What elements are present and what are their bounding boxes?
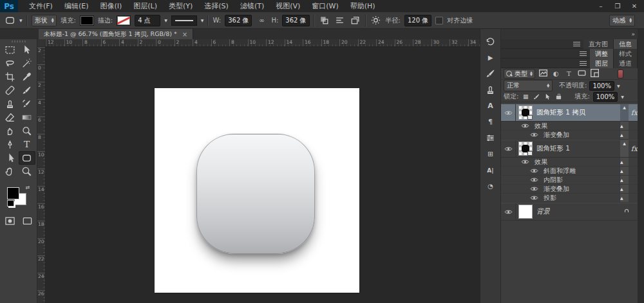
tool-preset-dropdown-icon[interactable]: [19, 18, 23, 23]
fill-dropdown-icon[interactable]: [621, 95, 624, 99]
visibility-toggle[interactable]: [501, 140, 516, 157]
opacity-dropdown-icon[interactable]: [617, 84, 620, 88]
menu-item[interactable]: 文件(F): [23, 0, 59, 12]
path-operations-icon[interactable]: [319, 15, 330, 26]
layer-row[interactable]: 圆角矩形 1 fx ▲: [501, 140, 638, 158]
layer-row[interactable]: 斜面和浮雕 fx ▲: [501, 167, 638, 176]
panel-tab[interactable]: 样式: [614, 49, 638, 59]
menu-item[interactable]: 视图(V): [270, 0, 306, 12]
timeline-panel-icon[interactable]: ◔: [483, 179, 498, 193]
layer-thumbnail[interactable]: [518, 205, 533, 219]
fx-badge[interactable]: fx: [631, 109, 638, 117]
adjustment-layer-filter-icon[interactable]: ◐: [552, 70, 560, 77]
hand-tool[interactable]: [2, 165, 19, 178]
move-tool[interactable]: [19, 43, 35, 57]
character-styles-panel-icon[interactable]: A|: [483, 163, 498, 177]
panel-tab[interactable]: 调整: [590, 49, 614, 59]
opacity-field[interactable]: 100%: [589, 81, 614, 91]
menu-item[interactable]: 图像(I): [94, 0, 128, 12]
collapse-effects-strip[interactable]: ▲: [620, 194, 629, 202]
lasso-tool[interactable]: [2, 57, 19, 70]
layer-row[interactable]: 背景 fx ▲: [501, 203, 638, 221]
tool-mode-dropdown[interactable]: 形状: [32, 15, 57, 26]
foreground-color-swatch[interactable]: [7, 187, 19, 199]
radius-field[interactable]: 120 像: [404, 15, 431, 26]
menu-item[interactable]: 编辑(E): [59, 0, 95, 12]
stroke-style-dropdown-icon[interactable]: [201, 18, 204, 23]
pen-tool[interactable]: [2, 138, 19, 151]
collapse-effects-strip[interactable]: ▲: [620, 140, 629, 157]
vertical-ruler[interactable]: 2 0 2 4 6 8 10 12 14 16 18 20 22 24 26: [37, 47, 46, 303]
layer-row[interactable]: 投影 fx ▲: [501, 194, 638, 203]
swap-colors-icon[interactable]: ⇄: [26, 185, 30, 190]
rectangular-marquee-tool[interactable]: [2, 43, 19, 57]
collapse-effects-strip[interactable]: ▲: [620, 104, 629, 121]
tab-close-icon[interactable]: ×: [182, 31, 187, 38]
collapse-effects-strip[interactable]: ▲: [620, 167, 629, 175]
smart-object-filter-icon[interactable]: [591, 68, 599, 80]
layer-row[interactable]: 效果 fx ▲: [501, 122, 638, 131]
visibility-toggle[interactable]: [527, 194, 541, 202]
layer-row[interactable]: 效果 fx ▲: [501, 158, 638, 167]
quick-mask-icon[interactable]: [5, 216, 15, 226]
fill-field[interactable]: 100%: [593, 92, 618, 102]
lock-all-icon[interactable]: [554, 93, 562, 100]
clone-source-panel-icon[interactable]: [483, 82, 498, 96]
close-button[interactable]: ✕: [627, 1, 641, 11]
menu-item[interactable]: 窗口(W): [306, 0, 344, 12]
dodge-tool[interactable]: [19, 124, 35, 138]
paragraph-panel-icon[interactable]: ¶: [483, 115, 498, 129]
zoom-tool[interactable]: [19, 165, 35, 178]
path-selection-tool[interactable]: [2, 151, 19, 165]
document-tab[interactable]: 未标题-1 @ 66.7% (圆角矩形 1 拷贝, RGB/8) * ×: [39, 29, 193, 39]
palette-grip[interactable]: [12, 41, 26, 42]
actions-panel-icon[interactable]: ▶: [483, 50, 498, 64]
gradient-tool[interactable]: [19, 111, 35, 124]
info-extra-panel-icon[interactable]: ⊞: [483, 147, 498, 161]
restore-button[interactable]: ❐: [611, 1, 625, 11]
menu-item[interactable]: 滤镜(T): [234, 0, 270, 12]
shape-layer-filter-icon[interactable]: [578, 68, 586, 80]
lock-transparency-icon[interactable]: ▦: [522, 93, 529, 100]
path-alignment-icon[interactable]: [334, 15, 346, 26]
panel-tab[interactable]: 通道: [614, 59, 638, 68]
history-brush-tool[interactable]: [19, 97, 35, 111]
fx-badge[interactable]: fx: [631, 145, 638, 153]
layer-row[interactable]: 圆角矩形 1 拷贝 fx ▲: [501, 104, 638, 122]
visibility-toggle[interactable]: [527, 185, 541, 193]
visibility-toggle[interactable]: [501, 203, 516, 220]
collapse-effects-strip[interactable]: ▲: [620, 158, 629, 166]
stroke-width-field[interactable]: 4 点: [135, 15, 160, 26]
link-dimensions-icon[interactable]: ∞: [256, 15, 267, 26]
smudge-tool[interactable]: [2, 124, 19, 138]
brush-panel-icon[interactable]: [483, 66, 498, 80]
visibility-toggle[interactable]: [527, 131, 541, 139]
type-tool[interactable]: T: [19, 138, 35, 151]
visibility-toggle[interactable]: [518, 122, 532, 130]
pixel-layer-filter-icon[interactable]: [539, 68, 547, 80]
properties-panel-icon[interactable]: [483, 131, 498, 145]
collapse-effects-strip[interactable]: ▲: [620, 122, 629, 130]
type-layer-filter-icon[interactable]: T: [565, 70, 573, 77]
canvas[interactable]: [155, 88, 359, 293]
stroke-width-dropdown-icon[interactable]: [164, 18, 167, 23]
width-field[interactable]: 362 像: [225, 15, 252, 26]
menu-item[interactable]: 图层(L): [128, 0, 163, 12]
eraser-tool[interactable]: [2, 111, 19, 124]
collapse-effects-strip[interactable]: ▲: [620, 185, 629, 193]
default-colors-icon[interactable]: [7, 200, 14, 207]
tool-preset-icon[interactable]: [4, 15, 15, 26]
clone-stamp-tool[interactable]: [2, 97, 19, 111]
blend-mode-dropdown[interactable]: 正常: [504, 80, 553, 91]
height-field[interactable]: 362 像: [282, 15, 309, 26]
stroke-swatch[interactable]: [117, 15, 131, 26]
crop-tool[interactable]: [2, 70, 19, 84]
menu-item[interactable]: 选择(S): [198, 0, 234, 12]
gear-icon[interactable]: [370, 15, 382, 26]
brush-tool[interactable]: [19, 84, 35, 97]
lock-pixels-icon[interactable]: [533, 91, 540, 102]
screen-mode-icon[interactable]: [22, 216, 33, 226]
layer-row[interactable]: 渐变叠加 fx ▲: [501, 185, 638, 194]
visibility-toggle[interactable]: [518, 158, 532, 166]
minimize-button[interactable]: –: [594, 1, 608, 11]
